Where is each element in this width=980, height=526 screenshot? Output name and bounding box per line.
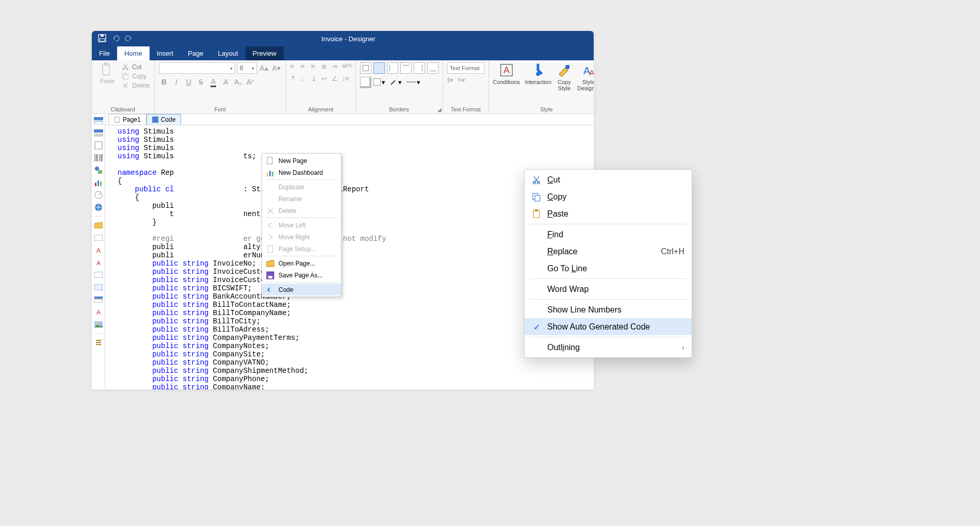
toolbox-blue1-icon[interactable] bbox=[93, 269, 104, 281]
toolbox-data-icon[interactable] bbox=[93, 294, 104, 305]
style-designer-button[interactable]: AA Style Designer bbox=[577, 62, 594, 91]
save-icon[interactable] bbox=[98, 34, 106, 44]
chevron-right-icon: › bbox=[682, 343, 684, 352]
ctx2-find[interactable]: Find bbox=[525, 226, 692, 243]
tab-layout[interactable]: Layout bbox=[211, 46, 246, 60]
tab-home[interactable]: Home bbox=[117, 46, 150, 60]
ribbon-group-font: ▾ 8▾ A▴ A▾ B I U S̶ A A Aₓ Aˣ Font bbox=[155, 60, 286, 113]
paste-button[interactable]: Paste bbox=[96, 62, 119, 84]
svg-rect-41 bbox=[115, 117, 120, 122]
interaction-button[interactable]: Interaction bbox=[525, 62, 551, 85]
align-justify-icon[interactable]: ≣ bbox=[321, 62, 331, 72]
tab-insert[interactable]: Insert bbox=[150, 46, 181, 60]
border-right-button[interactable] bbox=[414, 62, 425, 74]
line-spacing-icon[interactable]: ↕≡ bbox=[342, 75, 351, 84]
underline-button[interactable]: U bbox=[184, 77, 194, 87]
redo-icon[interactable] bbox=[125, 34, 133, 44]
border-color-button[interactable]: ▾ bbox=[390, 77, 404, 87]
conditions-button[interactable]: A Conditions bbox=[493, 62, 520, 85]
toolbox-folder-icon[interactable] bbox=[93, 220, 104, 231]
shrink-font-icon[interactable]: A▾ bbox=[271, 63, 282, 73]
ctx2-replace[interactable]: ReplaceCtrl+H bbox=[525, 243, 692, 260]
percent-icon[interactable]: %▾ bbox=[458, 77, 467, 86]
svg-rect-19 bbox=[94, 134, 103, 137]
ribbon: Paste Cut Copy Delete Clipboard ▾ 8▾ A▴ … bbox=[92, 60, 594, 114]
font-size-combo[interactable]: 8▾ bbox=[237, 62, 257, 74]
strike-button[interactable]: S̶ bbox=[196, 77, 206, 87]
ctx2-outlining[interactable]: Outlining› bbox=[525, 339, 692, 356]
grow-font-icon[interactable]: A▴ bbox=[259, 63, 269, 73]
svg-text:A: A bbox=[96, 309, 100, 316]
svg-rect-1 bbox=[100, 39, 105, 41]
border-style-button[interactable]: ▾ bbox=[406, 77, 421, 87]
ctx2-show-line-numbers[interactable]: Show Line Numbers bbox=[525, 301, 692, 318]
bold-button[interactable]: B bbox=[159, 77, 169, 87]
delete-button[interactable]: Delete bbox=[122, 82, 150, 89]
ctx2-copy[interactable]: Copy bbox=[525, 188, 692, 205]
toolbox-image-icon[interactable] bbox=[93, 319, 104, 330]
toolbox-barcode-icon[interactable] bbox=[93, 152, 104, 163]
border-none-button[interactable] bbox=[373, 62, 385, 74]
tab-preview[interactable]: Preview bbox=[246, 46, 284, 60]
ctx-new-page[interactable]: New Page bbox=[262, 155, 341, 167]
toolbox-map-icon[interactable] bbox=[93, 202, 104, 213]
toolbox-blue2-icon[interactable] bbox=[93, 282, 104, 293]
font-color-button[interactable]: A bbox=[208, 77, 219, 87]
align-left-icon[interactable]: ≡ bbox=[290, 62, 300, 72]
toolbox-band-icon[interactable] bbox=[93, 115, 104, 126]
toolbox-settings-icon[interactable] bbox=[93, 337, 104, 348]
valign-bottom-icon[interactable]: ⤓ bbox=[311, 75, 320, 84]
superscript-button[interactable]: Aˣ bbox=[246, 77, 256, 87]
border-bottom-button[interactable] bbox=[427, 62, 438, 74]
toolbox-chart-icon[interactable] bbox=[93, 177, 104, 188]
currency-icon[interactable]: $▾ bbox=[447, 77, 456, 86]
toolbox-text-ab-icon[interactable]: A bbox=[93, 257, 104, 268]
text-angle-icon[interactable]: ∠ bbox=[332, 75, 341, 84]
subscript-button[interactable]: Aₓ bbox=[233, 77, 243, 87]
undo-icon[interactable] bbox=[111, 34, 120, 44]
ctx-save-page-as[interactable]: Save Page As... bbox=[262, 269, 341, 281]
ctx2-paste[interactable]: Paste bbox=[525, 205, 692, 222]
border-left-button[interactable] bbox=[387, 62, 398, 74]
copy-button[interactable]: Copy bbox=[122, 73, 150, 80]
toolbox-gauge-icon[interactable] bbox=[93, 189, 104, 201]
toolbox-item2-icon[interactable] bbox=[93, 232, 104, 243]
svg-text:A: A bbox=[589, 68, 594, 77]
ctx-code-toggle[interactable]: Code bbox=[262, 284, 341, 295]
textformat-combo[interactable]: Text Format bbox=[447, 62, 484, 74]
ctx2-cut[interactable]: Cut bbox=[525, 171, 692, 188]
toolbox-crossband-icon[interactable] bbox=[93, 127, 104, 139]
cut-button[interactable]: Cut bbox=[122, 63, 150, 71]
clear-format-button[interactable]: A bbox=[221, 77, 231, 87]
doctab-page1[interactable]: Page1 bbox=[108, 114, 146, 125]
toolbox-text-a-icon[interactable]: A bbox=[93, 244, 104, 256]
italic-button[interactable]: I bbox=[171, 77, 182, 87]
ctx-open-page[interactable]: Open Page... bbox=[262, 257, 341, 269]
indent-icon[interactable]: ⇥ bbox=[332, 62, 341, 72]
align-right-icon[interactable]: ≡ bbox=[311, 62, 320, 72]
border-top-button[interactable] bbox=[400, 62, 412, 74]
toolbox-components-icon[interactable] bbox=[93, 140, 104, 151]
ctx-new-dashboard[interactable]: New Dashboard bbox=[262, 167, 341, 178]
border-all-button[interactable] bbox=[360, 62, 371, 74]
fill-color-button[interactable]: ▾ bbox=[373, 77, 388, 87]
doctab-code[interactable]: Code bbox=[146, 114, 182, 125]
font-family-combo[interactable]: ▾ bbox=[159, 62, 235, 74]
align-center-icon[interactable]: ≡ bbox=[301, 62, 310, 72]
toolbox-shapes-icon[interactable] bbox=[93, 165, 104, 176]
wordwrap-icon[interactable]: ↩ bbox=[321, 75, 331, 84]
borders-launcher-icon[interactable]: ◢ bbox=[437, 107, 442, 112]
copy-style-button[interactable]: Copy Style bbox=[557, 62, 572, 91]
tab-file[interactable]: File bbox=[92, 46, 117, 60]
code-editor[interactable]: using Stimuls using Stimuls using Stimul… bbox=[105, 125, 594, 389]
rotate-icon[interactable]: ab↻ bbox=[342, 62, 351, 72]
svg-rect-2 bbox=[101, 35, 104, 37]
toolbox-text2-icon[interactable]: A bbox=[93, 306, 104, 318]
valign-middle-icon[interactable]: ↕ bbox=[301, 75, 310, 84]
shadow-button[interactable] bbox=[360, 77, 371, 88]
ctx2-goto-line[interactable]: Go To Line bbox=[525, 260, 692, 277]
tab-page[interactable]: Page bbox=[181, 46, 210, 60]
ctx2-show-auto-generated[interactable]: ✓Show Auto Generated Code bbox=[525, 318, 692, 335]
ctx2-word-wrap[interactable]: Word Wrap bbox=[525, 281, 692, 298]
valign-top-icon[interactable]: ⤒ bbox=[290, 75, 300, 84]
